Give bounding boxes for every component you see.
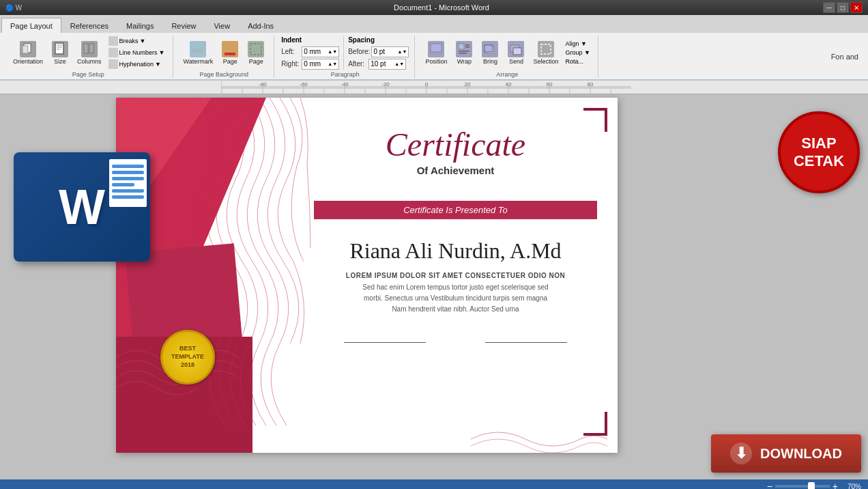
title-bar-left: 🔵 W bbox=[5, 4, 60, 12]
svg-text:0: 0 bbox=[425, 81, 429, 87]
svg-rect-6 bbox=[84, 44, 88, 53]
presented-to-area: Certificate Is Presented To bbox=[314, 188, 597, 232]
svg-rect-7 bbox=[89, 44, 93, 53]
corner-v-line bbox=[605, 108, 607, 132]
zoom-minus[interactable]: − bbox=[767, 481, 772, 489]
tab-view[interactable]: View bbox=[205, 18, 239, 33]
status-bar: − + 70% bbox=[0, 479, 868, 489]
indent-left-input[interactable]: 0 mm ▲▼ bbox=[302, 46, 339, 57]
page-color-button[interactable]: Page bbox=[218, 39, 242, 67]
font-and-section: Fon and bbox=[826, 36, 864, 78]
svg-text:-40: -40 bbox=[341, 81, 349, 87]
spacing-after-spinner[interactable]: ▲▼ bbox=[394, 61, 404, 66]
arrange-small: Align ▼ Group ▼ Rota... bbox=[563, 40, 592, 66]
spacing-before-row: Before: 0 pt ▲▼ bbox=[348, 46, 409, 57]
tab-page-layout[interactable]: Page Layout bbox=[1, 18, 61, 33]
indent-left-spinner[interactable]: ▲▼ bbox=[328, 49, 337, 54]
size-button[interactable]: Size bbox=[48, 39, 72, 67]
svg-text:-60: -60 bbox=[300, 81, 308, 87]
cert-title: Certificate bbox=[314, 128, 597, 161]
orientation-button[interactable]: Orientation bbox=[10, 39, 46, 67]
badge-line3: 2018 bbox=[181, 361, 194, 369]
line-numbers-button[interactable]: Line Numbers ▼ bbox=[106, 47, 167, 58]
badge-line1: BEST bbox=[179, 345, 196, 353]
watermark-button[interactable]: WM Watermark bbox=[180, 39, 217, 67]
arrange-items: Position Wrap Bring Send bbox=[422, 36, 592, 70]
spacing-before-label: Before: bbox=[348, 48, 370, 55]
indent-section: Indent Left: 0 mm ▲▼ Right: 0 mm ▲▼ bbox=[281, 36, 339, 70]
spacing-before-spinner[interactable]: ▲▼ bbox=[398, 49, 407, 54]
page-setup-group: Orientation Size Columns Breaks ▼ bbox=[4, 36, 173, 78]
doc-line bbox=[112, 171, 144, 174]
title-bar-title: Document1 - Microsoft Word bbox=[60, 3, 823, 12]
bring-forward-button[interactable]: Bring bbox=[478, 39, 502, 67]
best-template-badge: BEST TEMPLATE 2018 bbox=[160, 330, 215, 385]
selection-pane-button[interactable]: Selection bbox=[530, 39, 562, 67]
title-bar-controls[interactable]: ─ □ ✕ bbox=[823, 2, 863, 13]
indent-left-label: Left: bbox=[281, 48, 300, 55]
maximize-button[interactable]: □ bbox=[837, 2, 849, 13]
size-label: Size bbox=[54, 58, 66, 65]
spacing-before-input[interactable]: 0 pt ▲▼ bbox=[371, 46, 409, 57]
zoom-slider[interactable] bbox=[775, 485, 830, 488]
tab-add-ins[interactable]: Add-Ins bbox=[239, 18, 283, 33]
svg-rect-22 bbox=[541, 44, 551, 54]
siap-text: SIAP bbox=[801, 135, 836, 152]
minimize-button[interactable]: ─ bbox=[823, 2, 835, 13]
tab-review[interactable]: Review bbox=[162, 18, 205, 33]
rotate-button[interactable]: Rota... bbox=[563, 57, 592, 66]
sig-line-1 bbox=[344, 342, 426, 343]
bring-forward-icon bbox=[482, 41, 498, 57]
line-numbers-icon bbox=[108, 48, 118, 57]
indent-left-row: Left: 0 mm ▲▼ bbox=[281, 46, 339, 57]
svg-rect-10 bbox=[225, 53, 235, 55]
svg-rect-1 bbox=[23, 46, 28, 53]
spacing-section: Spacing Before: 0 pt ▲▼ After: 10 pt ▲▼ bbox=[348, 36, 409, 70]
document-page: BEST TEMPLATE 2018 Certificate Of Achiev… bbox=[116, 98, 618, 453]
word-logo-bg: W bbox=[14, 152, 150, 262]
page-borders-button[interactable]: Page bbox=[244, 39, 268, 67]
wrap-text-button[interactable]: Wrap bbox=[452, 39, 476, 67]
tab-references[interactable]: References bbox=[61, 18, 117, 33]
font-and-text: Fon and bbox=[831, 53, 858, 61]
hyphenation-button[interactable]: Hyphenation ▼ bbox=[106, 59, 167, 70]
close-button[interactable]: ✕ bbox=[850, 2, 863, 13]
columns-button[interactable]: Columns bbox=[74, 39, 105, 67]
send-backward-button[interactable]: Send bbox=[504, 39, 528, 67]
svg-text:80: 80 bbox=[588, 81, 594, 87]
align-button[interactable]: Align ▼ bbox=[563, 40, 592, 48]
tab-mailings[interactable]: Mailings bbox=[117, 18, 162, 33]
group-button[interactable]: Group ▼ bbox=[563, 48, 592, 57]
svg-text:40: 40 bbox=[506, 81, 512, 87]
zoom-plus[interactable]: + bbox=[833, 481, 838, 489]
zoom-thumb[interactable] bbox=[808, 482, 815, 489]
svg-rect-2 bbox=[55, 43, 63, 54]
orientation-label: Orientation bbox=[13, 58, 43, 65]
indent-right-input[interactable]: 0 mm ▲▼ bbox=[302, 59, 339, 70]
indent-right-row: Right: 0 mm ▲▼ bbox=[281, 59, 339, 70]
indent-right-spinner[interactable]: ▲▼ bbox=[328, 61, 337, 66]
spacing-heading: Spacing bbox=[348, 36, 409, 44]
ribbon: Orientation Size Columns Breaks ▼ bbox=[0, 33, 868, 81]
svg-text:60: 60 bbox=[547, 81, 553, 87]
presented-to-text: Certificate Is Presented To bbox=[403, 205, 508, 215]
svg-text:WM: WM bbox=[192, 47, 203, 54]
page-color-icon bbox=[222, 41, 238, 57]
cert-right: Certificate Of Achievement Certificate I… bbox=[293, 98, 618, 453]
word-logo: W bbox=[14, 152, 150, 262]
breaks-icon bbox=[108, 36, 118, 46]
page-setup-small: Breaks ▼ Line Numbers ▼ Hyphenation ▼ bbox=[106, 36, 167, 70]
svg-text:-20: -20 bbox=[381, 81, 390, 87]
lorem-bold-text: LOREM IPSUM DOLOR SIT AMET CONSECTETUER … bbox=[314, 272, 597, 279]
svg-rect-19 bbox=[484, 45, 493, 52]
recipient-name: Riana Ali Nurdin, A.Md bbox=[314, 238, 597, 264]
top-right-corner bbox=[580, 108, 607, 135]
spacing-after-input[interactable]: 10 pt ▲▼ bbox=[368, 59, 406, 70]
download-button[interactable]: ⬇ DOWNLOAD bbox=[711, 434, 861, 473]
breaks-button[interactable]: Breaks ▼ bbox=[106, 36, 167, 46]
position-button[interactable]: Position bbox=[422, 39, 450, 67]
position-icon bbox=[428, 41, 444, 57]
zoom-control: − + 70% bbox=[767, 481, 861, 489]
page-bg-label: Page Background bbox=[200, 71, 249, 78]
page-setup-label: Page Setup bbox=[72, 71, 104, 78]
